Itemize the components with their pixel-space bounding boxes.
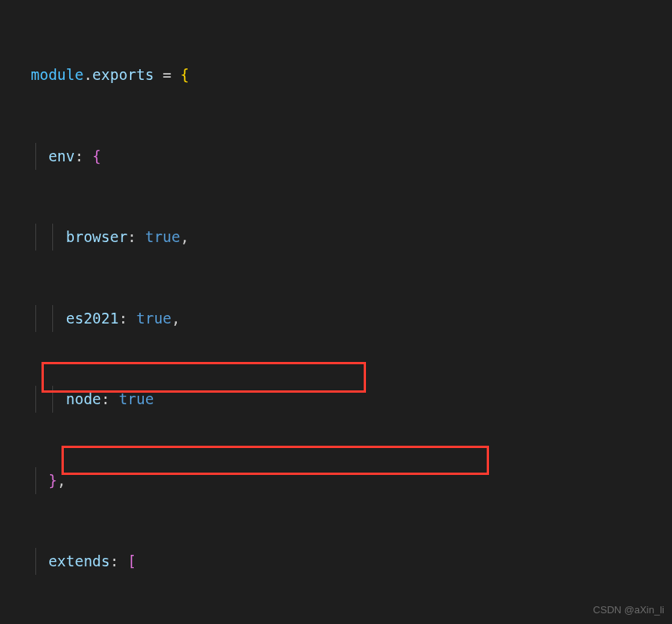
token-operator: = bbox=[154, 66, 180, 83]
token-dot: . bbox=[84, 66, 92, 83]
token-brace: } bbox=[48, 472, 57, 489]
token-property: env bbox=[48, 148, 75, 164]
token-property: node bbox=[66, 390, 101, 407]
token-bracket: [ bbox=[128, 553, 136, 569]
code-editor[interactable]: module.exports = { env: { browser: true,… bbox=[0, 0, 672, 624]
code-line[interactable]: node: true bbox=[0, 386, 672, 413]
token-property: exports bbox=[92, 66, 154, 83]
token-variable: module bbox=[31, 66, 84, 83]
token-property: extends bbox=[48, 553, 110, 569]
token-boolean: true bbox=[118, 390, 154, 407]
token-boolean: true bbox=[136, 310, 171, 327]
code-line[interactable]: extends: [ bbox=[0, 548, 672, 575]
code-line[interactable]: }, bbox=[0, 467, 672, 494]
watermark: CSDN @aXin_li bbox=[593, 601, 664, 619]
token-brace: { bbox=[92, 148, 101, 164]
token-property: es2021 bbox=[66, 310, 119, 327]
code-line[interactable]: module.exports = { bbox=[0, 61, 672, 88]
token-boolean: true bbox=[145, 228, 181, 245]
code-line[interactable]: browser: true, bbox=[0, 224, 672, 251]
code-line[interactable]: es2021: true, bbox=[0, 305, 672, 332]
token-brace: { bbox=[181, 66, 189, 83]
code-line[interactable]: env: { bbox=[0, 143, 672, 170]
token-property: browser bbox=[66, 228, 128, 245]
